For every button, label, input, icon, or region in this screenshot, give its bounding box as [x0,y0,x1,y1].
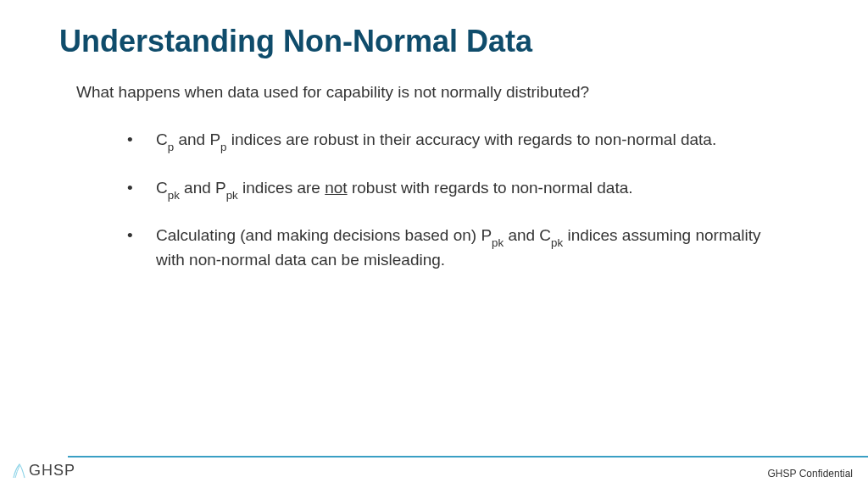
subscript: p [220,141,226,153]
subscript: p [168,141,174,153]
text-span: and P [180,179,226,197]
text-span: and C [504,226,551,244]
bullet-list: Cp and Pp indices are robust in their ac… [127,129,792,271]
bullet-item-1: Cp and Pp indices are robust in their ac… [127,129,792,153]
text-span: C [156,179,168,197]
intro-paragraph: What happens when data used for capabili… [76,83,809,102]
text-span: robust with regards to non-normal data. [348,179,633,197]
logo-mark-icon [12,461,27,480]
text-span: indices are [238,179,325,197]
text-span: C [156,130,168,148]
text-span: and P [174,130,220,148]
footer-divider [68,456,868,458]
text-span: indices are robust in their accuracy wit… [226,130,716,148]
subscript: pk [226,189,238,202]
underline-not: not [325,179,347,197]
footer: GHSP GHSP Confidential [0,456,868,488]
logo: GHSP [12,461,75,480]
page-title: Understanding Non-Normal Data [59,24,809,59]
bullet-item-3: Calculating (and making decisions based … [127,225,792,270]
slide-container: Understanding Non-Normal Data What happe… [0,0,868,488]
text-span: Calculating (and making decisions based … [156,226,492,244]
subscript: pk [492,236,504,249]
logo-text: GHSP [29,462,75,480]
subscript: pk [551,236,563,249]
subscript: pk [168,189,180,202]
bullet-item-2: Cpk and Ppk indices are not robust with … [127,177,792,202]
confidential-label: GHSP Confidential [768,468,854,480]
